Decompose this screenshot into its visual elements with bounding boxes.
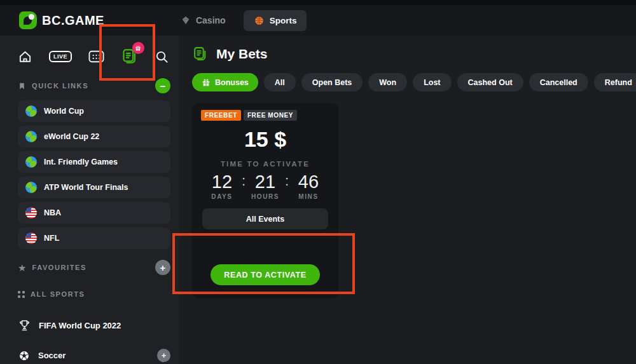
free-money-badge: FREE MONEY	[244, 110, 297, 121]
nav-casino-link[interactable]: Casino	[181, 15, 226, 25]
collapse-quick-links-button[interactable]: −	[155, 78, 170, 93]
basketball-icon	[254, 15, 265, 26]
tab-refund[interactable]: Refund	[594, 73, 636, 91]
quick-links-list: World Cup eWorld Cup 22 Int. Friendly Ga…	[18, 100, 170, 249]
minus-icon: −	[160, 81, 166, 91]
my-bets-header: My Bets	[192, 44, 636, 64]
quick-link-nba[interactable]: NBA	[18, 202, 170, 224]
freebet-badge: FREEBET	[201, 110, 241, 121]
main-content: My Bets Bonuses All Open Bets Won Lost C…	[180, 36, 636, 364]
favourites-label: FAVOURITES	[32, 264, 86, 271]
bonus-badges: FREEBET FREE MONEY	[201, 110, 329, 121]
tab-won[interactable]: Won	[368, 73, 407, 91]
nav-casino-label: Casino	[196, 15, 226, 25]
bc-game-sports-page: BC.GAME Casino Sports LIVE	[0, 0, 636, 364]
freebet-bonus-card: FREEBET FREE MONEY 15 $ TIME TO ACTIVATE…	[192, 103, 338, 299]
activation-countdown: 12 DAYS : 21 HOURS : 46 MINS	[201, 172, 329, 200]
tab-lost[interactable]: Lost	[413, 73, 451, 91]
grid-dots-icon	[18, 291, 25, 298]
add-favourite-button[interactable]: +	[155, 260, 170, 275]
quick-links-label: QUICK LINKS	[32, 82, 88, 90]
sidebar: LIVE QUICK LINKS −	[0, 36, 180, 364]
star-icon: ★	[18, 263, 26, 273]
quick-link-int-friendly-games[interactable]: Int. Friendly Games	[18, 151, 170, 173]
tab-open-bets[interactable]: Open Bets	[301, 73, 363, 91]
countdown-separator: :	[284, 172, 290, 191]
plus-icon: +	[160, 263, 166, 273]
globe-icon	[25, 182, 37, 193]
read-to-activate-button[interactable]: READ TO ACTIVATE	[211, 264, 320, 285]
trophy-icon	[18, 319, 31, 332]
my-bets-icon	[192, 46, 208, 62]
tab-all[interactable]: All	[264, 73, 296, 91]
my-bets-icon[interactable]	[121, 48, 138, 65]
notification-badge	[132, 42, 144, 54]
quick-link-world-cup[interactable]: World Cup	[18, 100, 170, 122]
us-flag-icon	[25, 233, 37, 244]
bc-game-logo[interactable]: BC.GAME	[19, 11, 104, 29]
bonus-amount: 15 $	[201, 126, 329, 152]
page-title: My Bets	[216, 46, 268, 62]
live-icon-label: LIVE	[49, 51, 72, 62]
soccer-ball-icon	[18, 349, 31, 362]
us-flag-icon	[25, 207, 37, 219]
globe-icon	[25, 156, 37, 168]
globe-icon	[25, 131, 37, 142]
countdown-hours: 21 HOURS	[247, 172, 284, 200]
expand-soccer-button[interactable]: +	[157, 349, 170, 362]
globe-icon	[25, 105, 37, 117]
logo-text: BC.GAME	[42, 13, 104, 28]
gift-icon	[202, 78, 211, 87]
plus-icon: +	[162, 351, 167, 360]
home-icon[interactable]	[18, 50, 32, 64]
sidebar-icon-nav: LIVE	[18, 46, 170, 67]
search-icon[interactable]	[155, 50, 169, 64]
sidebar-item-soccer[interactable]: Soccer +	[18, 349, 170, 362]
quick-link-atp-world-tour-finals[interactable]: ATP World Tour Finals	[18, 177, 170, 198]
topbar: BC.GAME Casino Sports	[0, 5, 636, 36]
bet-filter-tabs: Bonuses All Open Bets Won Lost Cashed Ou…	[192, 73, 636, 91]
live-icon[interactable]: LIVE	[49, 51, 72, 62]
all-sports-header[interactable]: ALL SPORTS	[18, 286, 170, 302]
time-to-activate-label: TIME TO ACTIVATE	[201, 160, 329, 168]
quick-links-header: QUICK LINKS −	[18, 78, 170, 94]
bookmark-icon	[18, 81, 26, 91]
quick-link-nfl[interactable]: NFL	[18, 227, 170, 249]
betslip-grid-icon[interactable]	[88, 50, 104, 64]
quick-link-eworld-cup-22[interactable]: eWorld Cup 22	[18, 126, 170, 147]
tab-bonuses[interactable]: Bonuses	[192, 73, 258, 91]
tab-cancelled[interactable]: Cancelled	[529, 73, 588, 91]
tab-cashed-out[interactable]: Cashed Out	[457, 73, 523, 91]
all-sports-label: ALL SPORTS	[31, 290, 85, 298]
countdown-mins: 46 MINS	[290, 172, 327, 200]
all-events-button[interactable]: All Events	[202, 208, 328, 229]
favourites-header: ★ FAVOURITES +	[18, 259, 170, 276]
nav-sports-tab[interactable]: Sports	[244, 10, 307, 31]
diamond-icon	[181, 15, 191, 25]
countdown-days: 12 DAYS	[204, 172, 240, 200]
countdown-separator: :	[240, 172, 247, 191]
sidebar-item-fifa-world-cup-2022[interactable]: FIFA World Cup 2022	[18, 319, 170, 332]
nav-sports-label: Sports	[270, 16, 297, 25]
bc-game-logo-icon	[19, 11, 37, 29]
window-top-strip	[0, 0, 636, 5]
